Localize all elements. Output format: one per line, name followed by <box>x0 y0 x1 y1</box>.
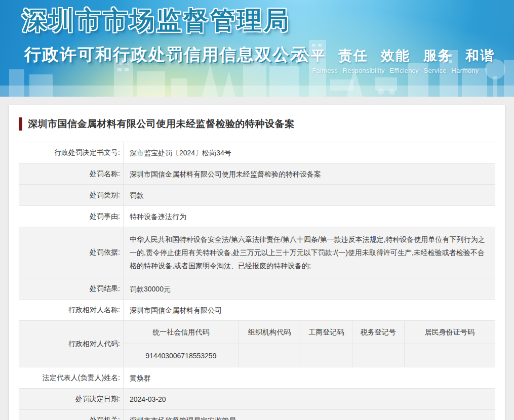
content-card: 深圳市国信金属材料有限公司使用未经监督检验的特种设备案 行政处罚决定书文号: 深… <box>9 105 505 420</box>
row-penalty-reason: 处罚事由: 特种设备违法行为 <box>19 206 495 227</box>
code-value <box>352 344 405 367</box>
site-banner: 深圳市市场监督管理局 行政许可和行政处罚信用信息双公示 公平 责任 效能 服务 … <box>0 0 514 97</box>
code-header: 统一社会信用代码 <box>124 321 239 344</box>
row-decision-doc-no: 行政处罚决定书文号: 深市监宝处罚〔2024〕松岗34号 <box>19 142 495 163</box>
row-party-name: 行政相对人名称: 深圳市国信金属材料有限公司 <box>19 300 495 321</box>
field-label: 行政处罚决定书文号: <box>19 142 124 163</box>
code-value: 914403006718553259 <box>124 344 239 367</box>
row-decision-date: 处罚决定日期: 2024-03-20 <box>19 389 495 410</box>
field-label: 处罚类别: <box>19 185 124 206</box>
row-penalty-result: 处罚结果: 罚款30000元 <box>19 278 495 300</box>
banner-slogans: 公平 责任 效能 服务 和谐 Faimess Responsibility Ef… <box>296 47 495 74</box>
field-value: 罚款30000元 <box>124 278 495 300</box>
field-value: 黄焕群 <box>124 367 495 389</box>
row-penalty-authority: 处罚机关: 深圳市市场监督管理局宝安监管局 <box>19 410 495 420</box>
page-title: 深圳市国信金属材料有限公司使用未经监督检验的特种设备案 <box>28 117 295 131</box>
field-label: 行政相对人名称: <box>19 300 124 321</box>
row-legal-representative: 法定代表人(负责人)姓名: 黄焕群 <box>19 367 495 389</box>
field-label: 处罚事由: <box>19 206 124 227</box>
field-label: 行政相对人代码: <box>19 321 124 367</box>
party-codes-table: 统一社会信用代码 组织机构代码 工商登记码 税务登记号 居民身份证号码 9144… <box>124 321 495 367</box>
code-header: 居民身份证号码 <box>404 321 495 344</box>
field-label: 处罚依据: <box>19 227 124 278</box>
code-header: 组织机构代码 <box>239 321 300 344</box>
penalty-info-table: 行政处罚决定书文号: 深市监宝处罚〔2024〕松岗34号 处罚名称: 深圳市国信… <box>19 142 495 420</box>
field-label: 处罚决定日期: <box>19 389 124 410</box>
code-header-row: 统一社会信用代码 组织机构代码 工商登记码 税务登记号 居民身份证号码 <box>124 321 495 344</box>
code-value <box>404 344 495 367</box>
field-label: 法定代表人(负责人)姓名: <box>19 367 124 389</box>
code-header: 工商登记码 <box>300 321 352 344</box>
field-label: 处罚机关: <box>19 410 124 420</box>
row-penalty-name: 处罚名称: 深圳市国信金属材料有限公司使用未经监督检验的特种设备案 <box>19 163 495 185</box>
code-value-row: 914403006718553259 <box>124 344 495 367</box>
code-value <box>300 344 352 367</box>
slogan-chinese: 公平 责任 效能 服务 和谐 <box>296 47 495 65</box>
field-value: 深圳市市场监督管理局宝安监管局 <box>124 410 495 420</box>
field-value: 深圳市国信金属材料有限公司 <box>124 300 495 321</box>
code-header: 税务登记号 <box>352 321 405 344</box>
field-label: 处罚名称: <box>19 163 124 185</box>
row-penalty-category: 处罚类别: 罚款 <box>19 185 495 206</box>
row-penalty-basis: 处罚依据: 中华人民共和国特种设备安全法/第六章法律责任/第八十四条/第一款违反… <box>19 227 495 278</box>
row-party-codes: 行政相对人代码: 统一社会信用代码 组织机构代码 工商登记码 税务登记号 居民身… <box>19 321 495 367</box>
site-subtitle: 行政许可和行政处罚信用信息双公示 <box>24 44 308 66</box>
code-value <box>239 344 300 367</box>
field-value: 深市监宝处罚〔2024〕松岗34号 <box>124 142 495 163</box>
title-accent-bar <box>19 117 22 131</box>
field-value: 中华人民共和国特种设备安全法/第六章法律责任/第八十四条/第一款违反本法规定,特… <box>124 227 495 278</box>
field-value: 深圳市国信金属材料有限公司使用未经监督检验的特种设备案 <box>124 163 495 185</box>
field-value: 罚款 <box>124 185 495 206</box>
party-codes-cell: 统一社会信用代码 组织机构代码 工商登记码 税务登记号 居民身份证号码 9144… <box>124 321 495 367</box>
field-value: 2024-03-20 <box>124 389 495 410</box>
slogan-english: Faimess Responsibility Efficiency Servic… <box>296 67 495 74</box>
site-title: 深圳市市场监督管理局 <box>22 4 291 37</box>
field-label: 处罚结果: <box>19 278 124 300</box>
article-header: 深圳市国信金属材料有限公司使用未经监督检验的特种设备案 <box>19 117 495 131</box>
field-value: 特种设备违法行为 <box>124 206 495 227</box>
